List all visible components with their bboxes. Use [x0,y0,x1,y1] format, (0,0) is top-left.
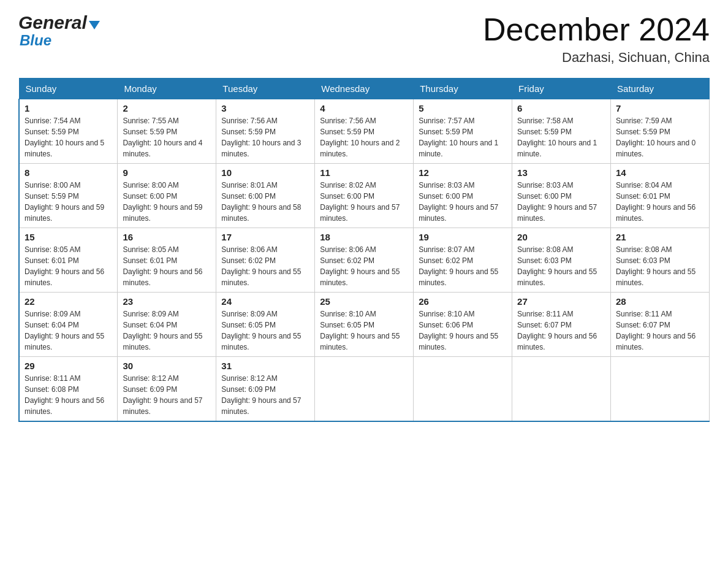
day-info: Sunrise: 8:10 AMSunset: 6:05 PMDaylight:… [320,308,408,353]
day-number: 17 [221,232,309,242]
header-day-friday: Friday [512,79,611,99]
day-info: Sunrise: 8:09 AMSunset: 6:04 PMDaylight:… [123,308,211,353]
day-info: Sunrise: 8:09 AMSunset: 6:05 PMDaylight:… [221,308,309,353]
day-number: 27 [517,296,605,307]
calendar-cell: 24 Sunrise: 8:09 AMSunset: 6:05 PMDaylig… [216,293,315,357]
calendar-week-row: 1 Sunrise: 7:54 AMSunset: 5:59 PMDayligh… [19,99,710,164]
logo-general: General [18,12,87,33]
day-number: 10 [221,167,309,178]
day-info: Sunrise: 7:54 AMSunset: 5:59 PMDaylight:… [25,115,112,159]
day-info: Sunrise: 8:07 AMSunset: 6:02 PMDaylight:… [419,244,507,288]
day-info: Sunrise: 8:09 AMSunset: 6:04 PMDaylight:… [25,308,112,353]
day-number: 2 [123,103,211,113]
day-info: Sunrise: 7:56 AMSunset: 5:59 PMDaylight:… [221,115,309,159]
calendar-cell: 6 Sunrise: 7:58 AMSunset: 5:59 PMDayligh… [512,99,611,164]
logo-blue: Blue [20,32,51,49]
calendar-cell: 25 Sunrise: 8:10 AMSunset: 6:05 PMDaylig… [315,293,414,357]
day-info: Sunrise: 7:59 AMSunset: 5:59 PMDaylight:… [616,115,704,159]
day-number: 6 [517,103,605,113]
calendar-cell: 1 Sunrise: 7:54 AMSunset: 5:59 PMDayligh… [19,99,118,164]
calendar-cell: 13 Sunrise: 8:03 AMSunset: 6:00 PMDaylig… [512,164,611,228]
day-info: Sunrise: 8:12 AMSunset: 6:09 PMDaylight:… [221,373,309,417]
day-info: Sunrise: 8:11 AMSunset: 6:07 PMDaylight:… [517,308,605,353]
calendar-week-row: 15 Sunrise: 8:05 AMSunset: 6:01 PMDaylig… [19,228,710,293]
calendar-cell: 17 Sunrise: 8:06 AMSunset: 6:02 PMDaylig… [216,228,315,293]
calendar-cell: 30 Sunrise: 8:12 AMSunset: 6:09 PMDaylig… [118,357,216,422]
header-day-wednesday: Wednesday [315,79,414,99]
calendar-cell: 29 Sunrise: 8:11 AMSunset: 6:08 PMDaylig… [19,357,118,422]
day-number: 7 [616,103,704,113]
day-info: Sunrise: 8:05 AMSunset: 6:01 PMDaylight:… [123,244,211,288]
day-info: Sunrise: 7:57 AMSunset: 5:59 PMDaylight:… [419,115,507,159]
day-info: Sunrise: 8:03 AMSunset: 6:00 PMDaylight:… [517,180,605,224]
calendar-week-row: 22 Sunrise: 8:09 AMSunset: 6:04 PMDaylig… [19,293,710,357]
calendar-cell: 5 Sunrise: 7:57 AMSunset: 5:59 PMDayligh… [414,99,512,164]
day-number: 13 [517,167,605,178]
day-number: 8 [25,167,112,178]
calendar-cell: 19 Sunrise: 8:07 AMSunset: 6:02 PMDaylig… [414,228,512,293]
day-info: Sunrise: 8:00 AMSunset: 5:59 PMDaylight:… [25,180,112,224]
calendar-week-row: 8 Sunrise: 8:00 AMSunset: 5:59 PMDayligh… [19,164,710,228]
calendar-cell: 9 Sunrise: 8:00 AMSunset: 6:00 PMDayligh… [118,164,216,228]
calendar-cell: 20 Sunrise: 8:08 AMSunset: 6:03 PMDaylig… [512,228,611,293]
day-number: 15 [25,232,112,242]
day-info: Sunrise: 7:55 AMSunset: 5:59 PMDaylight:… [123,115,211,159]
day-number: 26 [419,296,507,307]
calendar-cell: 14 Sunrise: 8:04 AMSunset: 6:01 PMDaylig… [611,164,710,228]
calendar-cell: 23 Sunrise: 8:09 AMSunset: 6:04 PMDaylig… [118,293,216,357]
day-number: 20 [517,232,605,242]
page-header: General Blue December 2024 Dazhasi, Sich… [18,12,710,66]
day-info: Sunrise: 8:00 AMSunset: 6:00 PMDaylight:… [123,180,211,224]
day-number: 11 [320,167,408,178]
day-number: 30 [123,361,211,371]
day-number: 23 [123,296,211,307]
logo-triangle-icon [89,21,100,29]
calendar-week-row: 29 Sunrise: 8:11 AMSunset: 6:08 PMDaylig… [19,357,710,422]
calendar-cell: 2 Sunrise: 7:55 AMSunset: 5:59 PMDayligh… [118,99,216,164]
day-number: 4 [320,103,408,113]
calendar-cell: 27 Sunrise: 8:11 AMSunset: 6:07 PMDaylig… [512,293,611,357]
calendar-title-section: December 2024 Dazhasi, Sichuan, China [483,12,710,66]
calendar-cell: 10 Sunrise: 8:01 AMSunset: 6:00 PMDaylig… [216,164,315,228]
calendar-cell: 31 Sunrise: 8:12 AMSunset: 6:09 PMDaylig… [216,357,315,422]
calendar-cell: 15 Sunrise: 8:05 AMSunset: 6:01 PMDaylig… [19,228,118,293]
day-number: 22 [25,296,112,307]
day-number: 9 [123,167,211,178]
day-info: Sunrise: 8:05 AMSunset: 6:01 PMDaylight:… [25,244,112,288]
calendar-cell: 11 Sunrise: 8:02 AMSunset: 6:00 PMDaylig… [315,164,414,228]
day-number: 12 [419,167,507,178]
day-number: 31 [221,361,309,371]
day-number: 18 [320,232,408,242]
day-number: 14 [616,167,704,178]
day-info: Sunrise: 8:06 AMSunset: 6:02 PMDaylight:… [221,244,309,288]
calendar-table: SundayMondayTuesdayWednesdayThursdayFrid… [18,78,710,422]
header-day-thursday: Thursday [414,79,512,99]
calendar-cell [512,357,611,422]
logo: General Blue [18,12,100,49]
calendar-cell: 18 Sunrise: 8:06 AMSunset: 6:02 PMDaylig… [315,228,414,293]
calendar-cell: 8 Sunrise: 8:00 AMSunset: 5:59 PMDayligh… [19,164,118,228]
day-info: Sunrise: 8:04 AMSunset: 6:01 PMDaylight:… [616,180,704,224]
day-number: 1 [25,103,112,113]
month-year-title: December 2024 [483,12,710,47]
day-number: 29 [25,361,112,371]
day-info: Sunrise: 8:08 AMSunset: 6:03 PMDaylight:… [616,244,704,288]
day-number: 5 [419,103,507,113]
header-day-sunday: Sunday [19,79,118,99]
day-number: 28 [616,296,704,307]
header-day-tuesday: Tuesday [216,79,315,99]
calendar-cell: 3 Sunrise: 7:56 AMSunset: 5:59 PMDayligh… [216,99,315,164]
calendar-header-row: SundayMondayTuesdayWednesdayThursdayFrid… [19,79,710,99]
header-day-saturday: Saturday [611,79,710,99]
day-info: Sunrise: 8:02 AMSunset: 6:00 PMDaylight:… [320,180,408,224]
calendar-cell: 7 Sunrise: 7:59 AMSunset: 5:59 PMDayligh… [611,99,710,164]
day-info: Sunrise: 7:56 AMSunset: 5:59 PMDaylight:… [320,115,408,159]
calendar-cell: 21 Sunrise: 8:08 AMSunset: 6:03 PMDaylig… [611,228,710,293]
day-number: 24 [221,296,309,307]
calendar-cell: 16 Sunrise: 8:05 AMSunset: 6:01 PMDaylig… [118,228,216,293]
calendar-cell: 26 Sunrise: 8:10 AMSunset: 6:06 PMDaylig… [414,293,512,357]
day-info: Sunrise: 8:06 AMSunset: 6:02 PMDaylight:… [320,244,408,288]
day-number: 25 [320,296,408,307]
day-info: Sunrise: 8:11 AMSunset: 6:08 PMDaylight:… [25,373,112,417]
calendar-cell: 4 Sunrise: 7:56 AMSunset: 5:59 PMDayligh… [315,99,414,164]
